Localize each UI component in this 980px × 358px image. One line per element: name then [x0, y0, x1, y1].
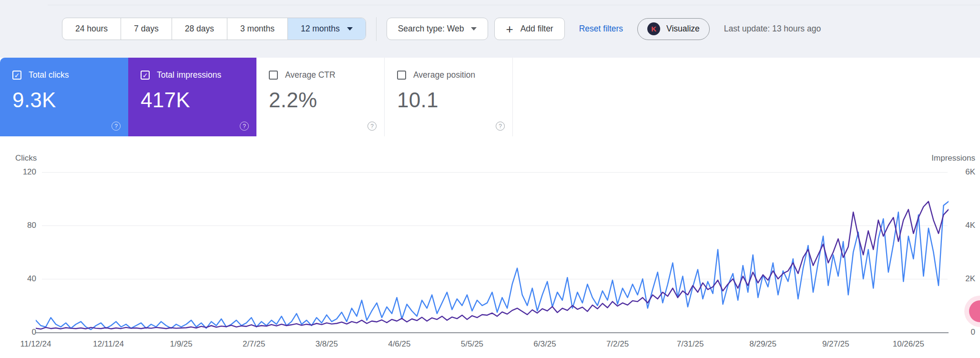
date-range-24-hours[interactable]: 24 hours: [62, 18, 121, 40]
y-axis-tick-label: 40: [9, 274, 36, 284]
x-axis-tick-label: 9/27/25: [822, 339, 849, 349]
add-filter-button[interactable]: + Add filter: [494, 18, 564, 40]
x-axis-tick-label: 7/2/25: [606, 339, 629, 349]
y-axis-tick-label: 120: [9, 167, 36, 177]
unchecked-checkbox-icon[interactable]: [397, 71, 406, 80]
metric-card-label: Total clicks: [29, 70, 69, 80]
plus-icon: +: [506, 23, 513, 35]
series-clicks-line: [36, 202, 949, 330]
visualize-button[interactable]: K Visualize: [637, 18, 710, 40]
x-axis-tick-label: 2/7/25: [243, 339, 265, 349]
date-range-28-days[interactable]: 28 days: [172, 18, 227, 40]
metric-card-label: Total impressions: [157, 70, 221, 80]
x-axis-line: [36, 332, 949, 333]
filter-toolbar: 24 hours 7 days 28 days 3 months 12 mont…: [62, 18, 821, 40]
date-range-selector: 24 hours 7 days 28 days 3 months 12 mont…: [62, 18, 366, 40]
metric-card-label: Average CTR: [285, 70, 336, 80]
metric-card-average-ctr[interactable]: Average CTR 2.2% ?: [256, 58, 385, 136]
date-range-3-months[interactable]: 3 months: [227, 18, 287, 40]
performance-line-chart[interactable]: [36, 172, 949, 332]
unchecked-checkbox-icon[interactable]: [269, 71, 278, 80]
help-question-icon[interactable]: ?: [112, 122, 121, 131]
left-axis-title: Clicks: [15, 153, 37, 163]
y-axis-tick-label: 6K: [953, 167, 975, 177]
top-divider: [48, 5, 980, 5]
metric-cards-row: ✓ Total clicks 9.3K ? ✓ Total impression…: [0, 58, 513, 136]
y-axis-tick-label: 4K: [953, 221, 975, 230]
keywords-everywhere-k-logo-icon: K: [647, 22, 660, 35]
y-axis-tick-label: 0: [953, 327, 975, 337]
metric-card-value: 417K: [141, 88, 256, 112]
metric-card-value: 2.2%: [269, 88, 384, 112]
x-axis-tick-label: 8/29/25: [749, 339, 776, 349]
x-axis-tick-label: 10/26/25: [893, 339, 924, 349]
search-console-performance-page: 24 hours 7 days 28 days 3 months 12 mont…: [0, 0, 980, 358]
date-range-7-days[interactable]: 7 days: [121, 18, 172, 40]
metric-card-value: 9.3K: [12, 88, 128, 112]
toolbar-divider: [376, 17, 377, 41]
x-axis-tick-label: 6/3/25: [533, 339, 556, 349]
pink-floating-widget-button[interactable]: [969, 300, 980, 322]
metric-card-total-impressions[interactable]: ✓ Total impressions 417K ?: [128, 58, 256, 136]
search-type-dropdown[interactable]: Search type: Web: [387, 18, 489, 40]
x-axis-tick-label: 1/9/25: [170, 339, 192, 349]
metric-card-value: 10.1: [397, 88, 512, 112]
metric-card-total-clicks[interactable]: ✓ Total clicks 9.3K ?: [0, 58, 128, 136]
x-axis-tick-label: 3/8/25: [316, 339, 338, 349]
series-impressions-line: [36, 202, 949, 329]
y-axis-tick-label: 0: [9, 327, 36, 337]
help-question-icon[interactable]: ?: [496, 122, 505, 131]
x-axis-tick-label: 5/5/25: [461, 339, 483, 349]
reset-filters-link[interactable]: Reset filters: [579, 24, 623, 34]
help-question-icon[interactable]: ?: [368, 122, 377, 131]
checked-checkbox-icon[interactable]: ✓: [12, 71, 21, 80]
help-question-icon[interactable]: ?: [240, 122, 249, 131]
chevron-down-icon: [471, 27, 477, 31]
x-axis-tick-label: 4/6/25: [388, 339, 410, 349]
metric-card-label: Average position: [413, 70, 475, 80]
last-update-text: Last update: 13 hours ago: [724, 24, 821, 34]
checked-checkbox-icon[interactable]: ✓: [141, 71, 150, 80]
chevron-down-icon: [347, 27, 353, 31]
metric-card-average-position[interactable]: Average position 10.1 ?: [385, 58, 513, 136]
x-axis-tick-label: 7/31/25: [677, 339, 704, 349]
y-axis-tick-label: 2K: [953, 274, 975, 284]
x-axis-tick-label: 11/12/24: [20, 339, 51, 349]
x-axis-tick-label: 12/11/24: [93, 339, 124, 349]
y-axis-tick-label: 80: [9, 221, 36, 230]
date-range-12-months[interactable]: 12 months: [287, 18, 366, 40]
right-axis-title: Impressions: [931, 153, 975, 163]
